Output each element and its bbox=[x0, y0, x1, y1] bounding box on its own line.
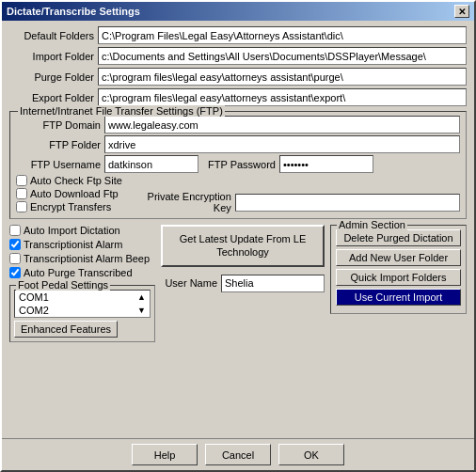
com2-arrow: ▼ bbox=[137, 306, 146, 315]
auto-check-ftp-label: Auto Check Ftp Site bbox=[30, 175, 122, 186]
right-section: Admin Section Delete Purged Dictation Ad… bbox=[330, 225, 467, 433]
cancel-button[interactable]: Cancel bbox=[205, 444, 271, 465]
content-area: Default Folders Import Folder Purge Fold… bbox=[2, 21, 474, 438]
import-folder-label: Import Folder bbox=[9, 51, 94, 62]
delete-purged-button[interactable]: Delete Purged Dictation bbox=[336, 229, 461, 246]
ftp-username-input[interactable] bbox=[104, 155, 198, 173]
ftp-checkboxes: Auto Check Ftp Site Auto Download Ftp En… bbox=[16, 175, 122, 213]
com2-label: COM2 bbox=[19, 305, 49, 316]
auto-import-row: Auto Import Dictation bbox=[9, 225, 155, 236]
quick-import-button[interactable]: Quick Import Folders bbox=[336, 269, 461, 286]
middle-section: Get Latest Update From LE Technology Use… bbox=[161, 225, 325, 433]
default-folders-row: Default Folders bbox=[9, 26, 467, 44]
import-folder-row: Import Folder bbox=[9, 47, 467, 65]
ftp-password-input[interactable] bbox=[279, 155, 373, 173]
use-current-import-button[interactable]: Use Current Import bbox=[336, 289, 461, 306]
default-folders-input[interactable] bbox=[98, 26, 467, 44]
com2-item[interactable]: COM2 ▼ bbox=[15, 304, 150, 317]
auto-import-checkbox[interactable] bbox=[9, 225, 21, 236]
enc-key-label: Private Encryption Key bbox=[128, 191, 231, 213]
enc-key-section: Private Encryption Key bbox=[128, 175, 460, 213]
trans-alarm-beep-label: Transcriptionist Alarm Beep bbox=[24, 253, 150, 264]
ftp-username-label: FTP Username bbox=[16, 159, 101, 170]
export-folder-row: Export Folder bbox=[9, 88, 467, 106]
add-user-folder-button[interactable]: Add New User Folder bbox=[336, 249, 461, 266]
auto-import-label: Auto Import Dictation bbox=[24, 225, 120, 236]
main-window: Dictate/Transcribe Settings ✕ Default Fo… bbox=[0, 0, 476, 472]
default-folders-label: Default Folders bbox=[9, 30, 94, 41]
auto-download-ftp-row: Auto Download Ftp bbox=[16, 188, 122, 199]
bottom-section: Auto Import Dictation Transcriptionist A… bbox=[9, 225, 467, 433]
username-input[interactable] bbox=[221, 275, 325, 292]
auto-purge-label: Auto Purge Transcribed bbox=[24, 267, 133, 278]
enc-key-input[interactable] bbox=[235, 194, 460, 212]
enhanced-features-button[interactable]: Enhanced Features bbox=[14, 321, 118, 338]
close-button[interactable]: ✕ bbox=[454, 5, 469, 18]
username-row: User Name bbox=[161, 275, 325, 292]
bottom-bar: Help Cancel OK bbox=[2, 438, 474, 470]
ftp-user-row: FTP Username FTP Password bbox=[16, 155, 460, 173]
trans-alarm-row: Transcriptionist Alarm bbox=[9, 239, 155, 250]
enc-key-row: Private Encryption Key bbox=[128, 191, 460, 213]
ftp-domain-label: FTP Domain bbox=[16, 119, 101, 131]
encrypt-transfers-checkbox[interactable] bbox=[16, 201, 27, 212]
encrypt-transfers-label: Encrypt Transfers bbox=[30, 201, 111, 212]
trans-alarm-checkbox[interactable] bbox=[9, 239, 21, 250]
admin-group: Admin Section Delete Purged Dictation Ad… bbox=[330, 225, 467, 314]
com1-label: COM1 bbox=[19, 291, 49, 303]
update-button[interactable]: Get Latest Update From LE Technology bbox=[161, 225, 325, 267]
auto-purge-checkbox[interactable] bbox=[9, 267, 21, 278]
username-label: User Name bbox=[161, 277, 217, 289]
help-button[interactable]: Help bbox=[132, 444, 198, 465]
foot-pedal-group: Foot Pedal Settings COM1 ▲ COM2 ▼ Enhanc… bbox=[9, 285, 155, 342]
ftp-domain-row: FTP Domain bbox=[16, 116, 460, 134]
ftp-folder-row: FTP Folder bbox=[16, 135, 460, 153]
auto-check-ftp-checkbox[interactable] bbox=[16, 175, 27, 186]
title-bar: Dictate/Transcribe Settings ✕ bbox=[2, 2, 474, 21]
ftp-group: Internet/Intranet File Transfer Settings… bbox=[9, 111, 467, 219]
enhanced-btn-row: Enhanced Features bbox=[14, 321, 151, 338]
encrypt-transfers-row: Encrypt Transfers bbox=[16, 201, 122, 212]
left-section: Auto Import Dictation Transcriptionist A… bbox=[9, 225, 155, 433]
admin-legend: Admin Section bbox=[337, 219, 407, 230]
trans-alarm-beep-row: Transcriptionist Alarm Beep bbox=[9, 253, 155, 264]
ftp-folder-label: FTP Folder bbox=[16, 139, 101, 150]
export-folder-label: Export Folder bbox=[9, 92, 94, 103]
auto-purge-row: Auto Purge Transcribed bbox=[9, 267, 155, 278]
com1-arrow: ▲ bbox=[137, 292, 146, 302]
purge-folder-label: Purge Folder bbox=[9, 71, 94, 83]
ftp-options-row: Auto Check Ftp Site Auto Download Ftp En… bbox=[16, 175, 460, 213]
export-folder-input[interactable] bbox=[98, 88, 467, 106]
com1-item[interactable]: COM1 ▲ bbox=[15, 291, 150, 304]
auto-download-ftp-label: Auto Download Ftp bbox=[30, 188, 119, 199]
ok-button[interactable]: OK bbox=[278, 444, 344, 465]
import-folder-input[interactable] bbox=[98, 47, 467, 65]
ftp-folder-input[interactable] bbox=[104, 135, 460, 153]
com-listbox[interactable]: COM1 ▲ COM2 ▼ bbox=[14, 290, 151, 318]
auto-check-ftp-row: Auto Check Ftp Site bbox=[16, 175, 122, 186]
ftp-legend: Internet/Intranet File Transfer Settings… bbox=[18, 105, 225, 117]
ftp-password-label: FTP Password bbox=[208, 159, 276, 170]
window-title: Dictate/Transcribe Settings bbox=[7, 6, 140, 17]
trans-alarm-beep-checkbox[interactable] bbox=[9, 253, 21, 264]
foot-pedal-legend: Foot Pedal Settings bbox=[16, 279, 110, 291]
auto-download-ftp-checkbox[interactable] bbox=[16, 188, 27, 199]
trans-alarm-label: Transcriptionist Alarm bbox=[24, 239, 122, 250]
ftp-domain-input[interactable] bbox=[104, 116, 460, 134]
purge-folder-input[interactable] bbox=[98, 68, 467, 86]
purge-folder-row: Purge Folder bbox=[9, 68, 467, 86]
